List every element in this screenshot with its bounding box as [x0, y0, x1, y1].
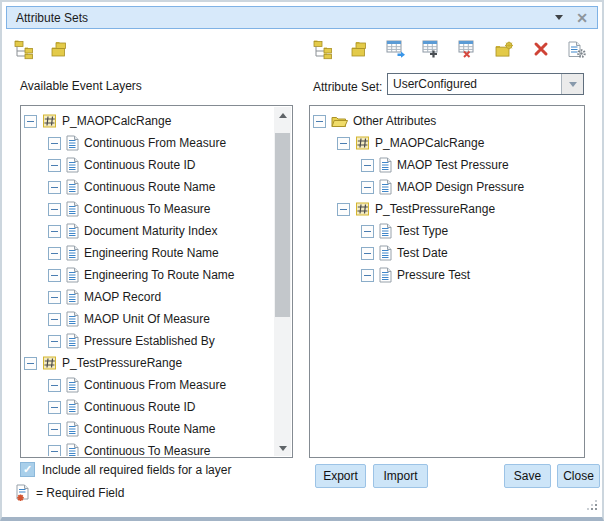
folders-button[interactable] — [48, 38, 70, 60]
table-add-button[interactable] — [421, 38, 443, 60]
tree-item[interactable]: Continuous From Measure — [22, 132, 273, 154]
delete-icon — [533, 41, 549, 57]
tree-item[interactable]: Other Attributes — [311, 110, 583, 132]
collapse-toggle-icon[interactable] — [48, 269, 61, 282]
tree-item[interactable]: Test Type — [311, 220, 583, 242]
collapse-toggle-icon[interactable] — [361, 181, 374, 194]
combobox-dropdown-button[interactable] — [561, 74, 583, 94]
new-attribute-set-button[interactable] — [493, 38, 515, 60]
field-icon — [66, 399, 79, 415]
collapse-toggle-icon[interactable] — [24, 115, 37, 128]
scrollbar-thumb[interactable] — [275, 133, 290, 317]
folders-icon — [351, 41, 367, 57]
tree-item[interactable]: Continuous Route ID — [22, 396, 273, 418]
dialog-title: Attribute Sets — [16, 11, 555, 25]
include-required-fields-checkbox[interactable]: ✓ — [20, 462, 35, 477]
tree-item-label: Engineering To Route Name — [84, 268, 235, 282]
collapse-toggle-icon[interactable] — [361, 159, 374, 172]
include-required-fields-row: ✓ Include all required fields for a laye… — [20, 462, 231, 477]
folder-icon — [331, 115, 348, 128]
tree-item[interactable]: MAOP Test Pressure — [311, 154, 583, 176]
vertical-scrollbar[interactable] — [274, 107, 291, 456]
collapse-toggle-icon[interactable] — [48, 291, 61, 304]
tree-item[interactable]: P_TestPressureRange — [22, 352, 273, 374]
field-icon — [66, 311, 79, 327]
folders-button[interactable] — [348, 38, 370, 60]
tree-item[interactable]: Continuous Route ID — [22, 154, 273, 176]
tree-item[interactable]: Pressure Test — [311, 264, 583, 286]
resize-grip[interactable] — [586, 499, 598, 511]
collapse-toggle-icon[interactable] — [313, 115, 326, 128]
close-button[interactable]: Close — [557, 464, 600, 488]
import-button[interactable]: Import — [373, 464, 428, 488]
title-bar[interactable]: Attribute Sets ✕ — [6, 6, 598, 29]
tree-item[interactable]: MAOP Record — [22, 286, 273, 308]
required-field-icon — [15, 484, 31, 502]
required-field-legend: = Required Field — [15, 484, 124, 502]
layers-hierarchy-button[interactable] — [13, 38, 35, 60]
collapse-toggle-icon[interactable] — [48, 423, 61, 436]
collapse-toggle-icon[interactable] — [48, 203, 61, 216]
collapse-toggle-icon[interactable] — [361, 269, 374, 282]
tree-item[interactable]: Document Maturity Index — [22, 220, 273, 242]
tree-item[interactable]: P_MAOPCalcRange — [22, 110, 273, 132]
scroll-down-icon[interactable] — [274, 440, 291, 456]
attribute-sets-dialog: Attribute Sets ✕ — [0, 0, 604, 521]
field-icon — [66, 267, 79, 283]
tree-item[interactable]: Test Date — [311, 242, 583, 264]
tree-item[interactable]: Continuous To Measure — [22, 440, 273, 456]
collapse-toggle-icon[interactable] — [48, 225, 61, 238]
tree-item-label: MAOP Record — [84, 290, 161, 304]
collapse-toggle-icon[interactable] — [48, 335, 61, 348]
collapse-dialog-icon[interactable] — [555, 15, 563, 20]
tree-item[interactable]: P_MAOPCalcRange — [311, 132, 583, 154]
report-settings-button[interactable] — [566, 38, 588, 60]
tree-item[interactable]: Continuous Route Name — [22, 418, 273, 440]
close-dialog-icon[interactable]: ✕ — [576, 11, 588, 25]
tree-item-label: Continuous To Measure — [84, 444, 211, 456]
collapse-toggle-icon[interactable] — [48, 137, 61, 150]
tree-item[interactable]: Engineering To Route Name — [22, 264, 273, 286]
field-icon — [66, 245, 79, 261]
scroll-up-icon[interactable] — [274, 107, 291, 123]
attribute-set-combobox[interactable]: UserConfigured — [387, 73, 584, 95]
collapse-toggle-icon[interactable] — [337, 203, 350, 216]
new-folder-icon — [495, 41, 514, 58]
table-export-button[interactable] — [385, 38, 407, 60]
attribute-set-panel: Other Attributes P_MAOPCalcRange MAOP Te… — [309, 105, 585, 458]
tree-item-label: Engineering Route Name — [84, 246, 219, 260]
include-required-fields-label: Include all required fields for a layer — [42, 463, 231, 477]
layers-hierarchy-button[interactable] — [312, 38, 334, 60]
collapse-toggle-icon[interactable] — [48, 379, 61, 392]
tree-item[interactable]: MAOP Unit Of Measure — [22, 308, 273, 330]
export-button[interactable]: Export — [315, 464, 366, 488]
collapse-toggle-icon[interactable] — [361, 225, 374, 238]
collapse-toggle-icon[interactable] — [48, 247, 61, 260]
collapse-toggle-icon[interactable] — [48, 401, 61, 414]
save-button[interactable]: Save — [504, 464, 551, 488]
table-remove-button[interactable] — [457, 38, 479, 60]
tree-item[interactable]: P_TestPressureRange — [311, 198, 583, 220]
tree-item-label: Continuous Route Name — [84, 422, 215, 436]
collapse-toggle-icon[interactable] — [48, 159, 61, 172]
delete-button[interactable] — [530, 38, 552, 60]
tree-item-label: Pressure Established By — [84, 334, 215, 348]
collapse-toggle-icon[interactable] — [48, 445, 61, 457]
table-export-icon — [386, 40, 406, 58]
collapse-toggle-icon[interactable] — [48, 313, 61, 326]
collapse-toggle-icon[interactable] — [337, 137, 350, 150]
field-icon — [379, 267, 392, 283]
collapse-toggle-icon[interactable] — [48, 181, 61, 194]
folders-icon — [51, 41, 67, 57]
tree-item[interactable]: Continuous From Measure — [22, 374, 273, 396]
collapse-toggle-icon[interactable] — [361, 247, 374, 260]
tree-item[interactable]: Continuous To Measure — [22, 198, 273, 220]
chevron-down-icon — [569, 82, 577, 87]
event-layer-icon — [42, 356, 57, 370]
field-icon — [379, 245, 392, 261]
tree-item[interactable]: MAOP Design Pressure — [311, 176, 583, 198]
collapse-toggle-icon[interactable] — [24, 357, 37, 370]
tree-item[interactable]: Engineering Route Name — [22, 242, 273, 264]
tree-item[interactable]: Pressure Established By — [22, 330, 273, 352]
tree-item[interactable]: Continuous Route Name — [22, 176, 273, 198]
